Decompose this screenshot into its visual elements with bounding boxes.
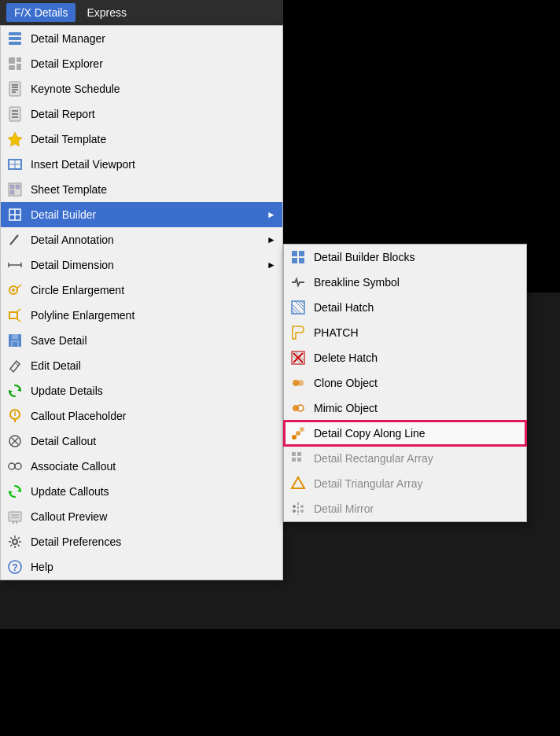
svg-rect-23 <box>10 190 14 194</box>
menu-item-associate-callout[interactable]: Associate Callout <box>1 454 282 479</box>
svg-point-63 <box>13 539 17 544</box>
submenu-item-detail-rectangular-array[interactable]: Detail Rectangular Array <box>284 446 526 471</box>
svg-rect-70 <box>292 301 304 314</box>
submenu-item-phatch[interactable]: PHATCH <box>284 320 526 345</box>
keynote-schedule-icon <box>6 79 24 98</box>
menu-item-edit-detail[interactable]: Edit Detail <box>1 353 282 378</box>
keynote-schedule-label: Keynote Schedule <box>31 83 276 95</box>
save-detail-label: Save Detail <box>31 334 276 347</box>
mimic-object-label: Mimic Object <box>314 402 378 414</box>
svg-rect-4 <box>9 65 15 70</box>
help-icon: ? <box>6 558 24 576</box>
detail-builder-label: Detail Builder <box>31 208 267 221</box>
svg-rect-1 <box>9 37 21 40</box>
menu-item-detail-explorer[interactable]: Detail Explorer <box>1 51 282 76</box>
menu-item-detail-manager[interactable]: Detail Manager <box>1 26 282 51</box>
builder-blocks-icon <box>289 248 308 267</box>
svg-marker-94 <box>292 477 304 488</box>
menu-item-detail-preferences[interactable]: Detail Preferences <box>1 529 282 554</box>
circle-enlargement-icon <box>6 281 24 300</box>
svg-rect-35 <box>9 312 17 318</box>
detail-builder-arrow: ► <box>267 209 276 220</box>
update-details-label: Update Details <box>31 385 276 397</box>
detail-report-icon <box>6 105 24 123</box>
detail-callout-icon <box>6 432 24 451</box>
svg-line-37 <box>17 318 20 322</box>
menu-item-update-callouts[interactable]: Update Callouts <box>1 479 282 504</box>
svg-line-36 <box>17 309 20 312</box>
menu-item-save-detail[interactable]: Save Detail <box>1 328 282 353</box>
detail-rectangular-array-label: Detail Rectangular Array <box>314 452 433 465</box>
svg-point-99 <box>300 510 304 513</box>
detail-triangular-array-icon <box>289 474 308 493</box>
svg-text:?: ? <box>12 562 17 573</box>
menu-item-insert-detail-viewport[interactable]: Insert Detail Viewport <box>1 152 282 177</box>
callout-preview-icon <box>6 507 24 526</box>
edit-detail-icon <box>6 356 24 375</box>
menu-item-callout-placeholder[interactable]: Callout Placeholder <box>1 403 282 429</box>
menu-item-detail-builder[interactable]: Detail Builder ► <box>1 202 282 227</box>
edit-detail-label: Edit Detail <box>31 359 276 372</box>
associate-callout-label: Associate Callout <box>31 460 276 473</box>
svg-rect-92 <box>292 458 296 462</box>
svg-line-75 <box>298 301 304 307</box>
menu-bar-item-express[interactable]: Express <box>79 3 134 22</box>
menu-item-detail-template[interactable]: Detail Template <box>1 127 282 152</box>
svg-rect-41 <box>13 342 17 347</box>
menu-item-keynote-schedule[interactable]: Keynote Schedule <box>1 76 282 101</box>
submenu-item-delete-hatch[interactable]: Delete Hatch <box>284 345 526 370</box>
submenu-item-mimic-object[interactable]: Mimic Object <box>284 396 526 421</box>
svg-line-33 <box>17 285 21 289</box>
menu-item-callout-preview[interactable]: Callout Preview <box>1 504 282 529</box>
menu-bar: F/X Details Express <box>0 0 283 25</box>
update-callouts-label: Update Callouts <box>31 485 276 498</box>
svg-rect-67 <box>299 251 304 256</box>
svg-line-42 <box>15 362 18 366</box>
detail-rectangular-array-icon <box>289 449 308 468</box>
svg-rect-5 <box>17 57 21 62</box>
callout-placeholder-icon <box>6 407 24 425</box>
svg-line-72 <box>292 307 298 314</box>
svg-rect-7 <box>9 82 20 96</box>
svg-rect-91 <box>297 452 301 456</box>
submenu-item-detail-hatch[interactable]: Detail Hatch <box>284 295 526 320</box>
detail-builder-icon <box>6 205 24 224</box>
breakline-symbol-icon <box>289 273 308 292</box>
detail-dimension-label: Detail Dimension <box>31 259 267 271</box>
menu-item-detail-annotation[interactable]: Detail Annotation ► <box>1 227 282 252</box>
svg-rect-93 <box>297 458 301 462</box>
delete-hatch-icon <box>289 348 308 367</box>
menu-item-help[interactable]: ? Help <box>1 554 282 580</box>
callout-placeholder-label: Callout Placeholder <box>31 410 276 422</box>
detail-preferences-label: Detail Preferences <box>31 535 276 548</box>
menu-item-circle-enlargement[interactable]: Circle Enlargement <box>1 278 282 303</box>
clone-object-icon <box>289 374 308 392</box>
menu-item-detail-callout[interactable]: Detail Callout <box>1 429 282 454</box>
svg-rect-2 <box>9 42 21 45</box>
menu-item-sheet-template[interactable]: Sheet Template <box>1 177 282 202</box>
menu-item-update-details[interactable]: Update Details <box>1 378 282 403</box>
update-callouts-icon <box>6 482 24 501</box>
builder-blocks-label: Detail Builder Blocks <box>314 251 414 263</box>
svg-point-52 <box>9 463 15 469</box>
detail-hatch-icon <box>289 298 308 317</box>
detail-explorer-label: Detail Explorer <box>31 57 276 70</box>
submenu-item-detail-copy-along-line[interactable]: Detail Copy Along Line <box>284 421 526 446</box>
detail-explorer-icon <box>6 54 24 73</box>
submenu-item-detail-mirror[interactable]: Detail Mirror <box>284 496 526 521</box>
menu-item-detail-dimension[interactable]: Detail Dimension ► <box>1 252 282 278</box>
submenu-item-clone-object[interactable]: Clone Object <box>284 370 526 396</box>
submenu-item-breakline-symbol[interactable]: Breakline Symbol <box>284 270 526 295</box>
submenu-item-detail-triangular-array[interactable]: Detail Triangular Array <box>284 471 526 496</box>
svg-rect-39 <box>12 334 18 339</box>
submenu-item-builder-blocks[interactable]: Detail Builder Blocks <box>284 245 526 270</box>
menu-item-polyline-enlargement[interactable]: Polyline Enlargement <box>1 303 282 328</box>
menu-item-detail-report[interactable]: Detail Report <box>1 101 282 127</box>
detail-annotation-arrow: ► <box>267 234 276 245</box>
help-label: Help <box>31 561 276 573</box>
breakline-symbol-label: Breakline Symbol <box>314 276 400 289</box>
associate-callout-icon <box>6 457 24 476</box>
detail-dimension-arrow: ► <box>267 259 276 270</box>
polyline-enlargement-label: Polyline Enlargement <box>31 309 276 322</box>
menu-bar-item-fx-details[interactable]: F/X Details <box>6 3 76 22</box>
